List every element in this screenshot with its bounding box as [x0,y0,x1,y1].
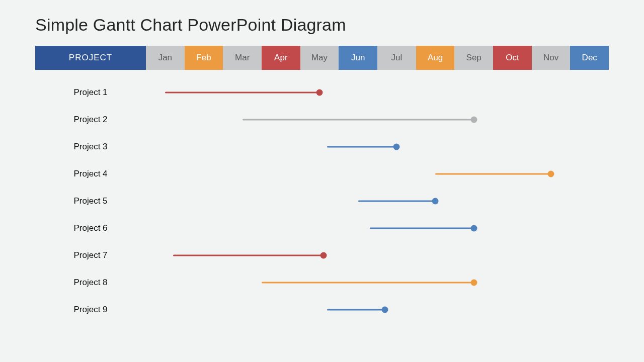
gantt-bar-end-dot [382,307,388,313]
gantt-bar-end-dot [470,225,477,232]
gantt-bar-end-dot [548,171,554,177]
month-header-dec: Dec [570,46,609,70]
gantt-bar-line [262,282,474,284]
gantt-bar-row [146,106,609,133]
project-label: Project 4 [35,160,146,188]
gantt-bar-row [146,133,609,160]
gantt-bar-line [173,255,324,256]
page-title: Simple Gantt Chart PowerPoint Diagram [35,15,609,35]
month-header-jul: Jul [377,46,416,70]
labels-column: Project 1Project 2Project 3Project 4Proj… [35,79,146,323]
gantt-bar-row [146,160,609,188]
gantt-bar-end-dot [320,252,327,259]
gantt-bar-line [435,173,551,175]
gantt-bar-line [327,309,385,311]
gantt-chart: PROJECT JanFebMarAprMayJunJulAugSepOctNo… [35,46,609,323]
header-months: JanFebMarAprMayJunJulAugSepOctNovDec [146,46,609,70]
gantt-header-row: PROJECT JanFebMarAprMayJunJulAugSepOctNo… [35,46,609,70]
header-project-cell: PROJECT [35,46,146,70]
month-header-nov: Nov [532,46,571,70]
gantt-bar-row [146,242,609,269]
month-header-apr: Apr [262,46,300,70]
gantt-bar-line [165,92,319,94]
month-header-feb: Feb [185,46,223,70]
project-label: Project 8 [35,269,146,296]
month-header-jan: Jan [146,46,185,70]
gantt-bar-end-dot [393,144,400,150]
project-label: Project 3 [35,133,146,160]
gantt-body: Project 1Project 2Project 3Project 4Proj… [35,79,609,323]
gantt-bar-end-dot [316,89,323,96]
project-label: Project 6 [35,215,146,242]
gantt-bar-line [243,119,474,121]
gantt-bar-row [146,269,609,296]
gantt-bar-end-dot [470,117,477,123]
gantt-bar-row [146,215,609,242]
project-label: Project 5 [35,188,146,215]
gantt-bar-row [146,296,609,323]
gantt-bar-row [146,79,609,106]
gantt-bar-row [146,188,609,215]
month-header-sep: Sep [454,46,493,70]
gantt-bar-line [370,228,474,229]
project-label: Project 7 [35,242,146,269]
project-label: Project 1 [35,79,146,106]
gantt-bar-line [358,201,435,202]
gantt-bar-end-dot [432,198,439,205]
month-header-jun: Jun [339,46,377,70]
gantt-bar-line [327,146,396,148]
month-header-mar: Mar [223,46,262,70]
project-label: Project 9 [35,296,146,323]
bars-column [146,79,609,323]
month-header-may: May [300,46,339,70]
gantt-bar-end-dot [470,280,477,286]
month-header-oct: Oct [493,46,532,70]
project-label: Project 2 [35,106,146,133]
month-header-aug: Aug [416,46,455,70]
